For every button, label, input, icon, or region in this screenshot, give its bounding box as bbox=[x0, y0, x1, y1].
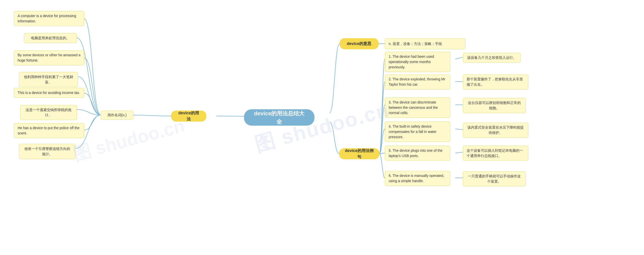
left-node-l6: 这是一个逃避交纳所得税的诡计。 bbox=[20, 105, 77, 120]
right-node-r5: 5. The device plugs into one of the lapt… bbox=[385, 146, 450, 161]
right-node-r3t: 这台仪器可以辨别癌细胞和正常的细胞。 bbox=[463, 98, 526, 113]
right-node-r1t: 该设备几个月之前曾投入运行。 bbox=[463, 53, 521, 63]
branch-meaning-node: device的意思 bbox=[340, 38, 379, 49]
right-node-r1: 1. The device had been used operationall… bbox=[385, 52, 450, 72]
meaning-text-node: n. 装置，设备；方法；策略；手段 bbox=[385, 38, 465, 49]
right-node-r6: 6. The device is manually operated, usin… bbox=[385, 171, 450, 186]
left-node-l2: 电脑是用来处理信息的。 bbox=[24, 33, 77, 43]
mind-map: 图 shudoo.cn 图 shudoo.cn device的用法总结大全 de… bbox=[0, 0, 644, 255]
right-node-r4t: 该内置式安全装置在水压下降时能提供保护。 bbox=[463, 123, 528, 138]
branch-partof-node: 用作名词(n.) bbox=[101, 111, 133, 120]
left-node-l1: A computer is a device for processing in… bbox=[14, 11, 84, 26]
right-node-r2: 2. The device exploded, throwing Mr Tayl… bbox=[385, 74, 450, 89]
left-node-l8: 他有一个引诱警察追错方向的诡计。 bbox=[19, 144, 75, 159]
branch-examples-node: device的用法例句 bbox=[339, 148, 379, 159]
branch-usage-node: device的用法 bbox=[171, 111, 206, 122]
right-node-r4: 4. The built-in safety device compensate… bbox=[385, 122, 450, 142]
center-node: device的用法总结大全 bbox=[244, 109, 314, 126]
left-node-l7: He has a device to put the police off th… bbox=[14, 123, 84, 138]
left-node-l5: This is a device for avoiding income tax… bbox=[14, 88, 84, 98]
right-node-r6t: 一只普通的手柄就可以手动操作这个装置。 bbox=[463, 171, 526, 186]
left-node-l4: 他利用种种手段积累了一大笔财富。 bbox=[19, 72, 78, 87]
right-node-r5t: 这个设备可以插入到笔记本电脑的一个通用串行总线接口。 bbox=[463, 146, 528, 161]
right-node-r3: 3. The device can discriminate between t… bbox=[385, 97, 450, 118]
watermark2: 图 shudoo.cn bbox=[70, 114, 187, 167]
right-node-r2t: 那个装置爆炸了，把泰勒先生从车里抛了出去。 bbox=[463, 74, 528, 89]
connections-svg bbox=[0, 0, 644, 255]
left-node-l3: By some devices or other he amassed a hu… bbox=[14, 50, 84, 65]
